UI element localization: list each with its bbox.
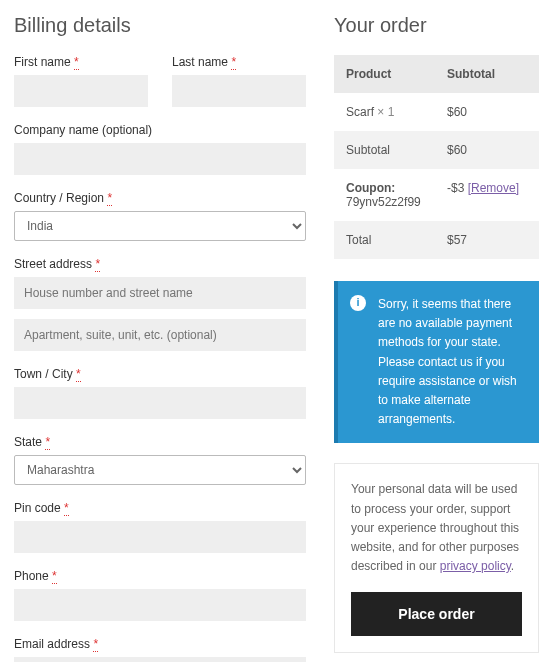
company-label: Company name (optional) — [14, 123, 306, 137]
first-name-input[interactable] — [14, 75, 148, 107]
state-label: State * — [14, 435, 306, 449]
street-label: Street address * — [14, 257, 306, 271]
first-name-label: First name * — [14, 55, 148, 69]
payment-notice: i Sorry, it seems that there are no avai… — [334, 281, 539, 443]
coupon-row: Coupon: 79ynv52z2f99 — [346, 181, 447, 209]
email-input[interactable] — [14, 657, 306, 662]
city-input[interactable] — [14, 387, 306, 419]
total-value: $57 — [447, 233, 527, 247]
order-summary-table: Product Subtotal Scarf × 1 $60 Subtotal … — [334, 55, 539, 259]
order-heading: Your order — [334, 14, 539, 37]
required-mark: * — [74, 55, 79, 70]
subtotal-value: $60 — [447, 143, 527, 157]
subtotal-label: Subtotal — [346, 143, 447, 157]
pin-input[interactable] — [14, 521, 306, 553]
required-mark: * — [231, 55, 236, 70]
required-mark: * — [76, 367, 81, 382]
state-select[interactable]: Maharashtra — [14, 455, 306, 485]
info-icon: i — [350, 295, 366, 311]
required-mark: * — [95, 257, 100, 272]
total-label: Total — [346, 233, 447, 247]
required-mark: * — [107, 191, 112, 206]
place-order-button[interactable]: Place order — [351, 592, 522, 636]
required-mark: * — [93, 637, 98, 652]
required-mark: * — [52, 569, 57, 584]
country-select[interactable]: India — [14, 211, 306, 241]
company-input[interactable] — [14, 143, 306, 175]
email-label: Email address * — [14, 637, 306, 651]
table-row: Scarf × 1 — [346, 105, 447, 119]
privacy-policy-link[interactable]: privacy policy — [440, 559, 511, 573]
last-name-input[interactable] — [172, 75, 306, 107]
street-input-2[interactable] — [14, 319, 306, 351]
subtotal-header: Subtotal — [447, 67, 527, 81]
city-label: Town / City * — [14, 367, 306, 381]
street-input-1[interactable] — [14, 277, 306, 309]
privacy-box: Your personal data will be used to proce… — [334, 463, 539, 653]
item-price: $60 — [447, 105, 527, 119]
coupon-discount: -$3 — [447, 181, 464, 195]
phone-label: Phone * — [14, 569, 306, 583]
remove-coupon-link[interactable]: [Remove] — [468, 181, 519, 195]
product-header: Product — [346, 67, 447, 81]
pin-label: Pin code * — [14, 501, 306, 515]
phone-input[interactable] — [14, 589, 306, 621]
required-mark: * — [64, 501, 69, 516]
required-mark: * — [45, 435, 50, 450]
country-label: Country / Region * — [14, 191, 306, 205]
last-name-label: Last name * — [172, 55, 306, 69]
billing-heading: Billing details — [14, 14, 306, 37]
